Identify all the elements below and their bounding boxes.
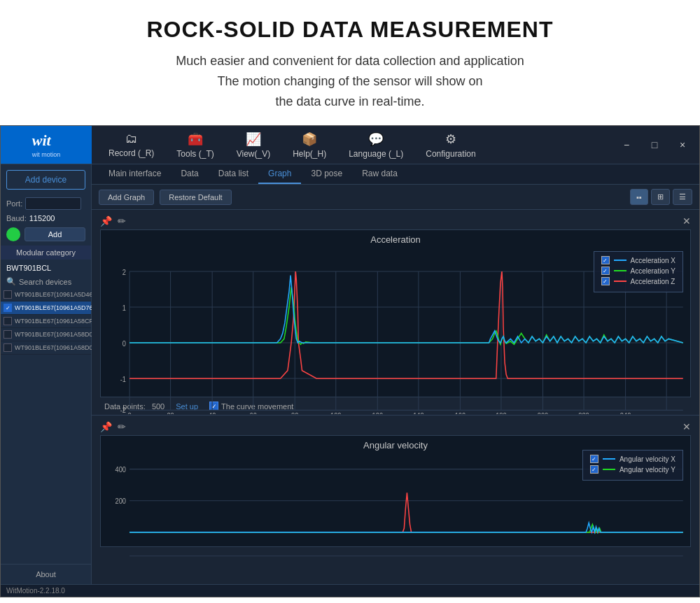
record-button[interactable]: 🗂 Record (_R) [99,127,164,162]
svg-text:200: 200 [538,412,549,415]
help-icon: 📦 [302,132,317,147]
legend-color-x [614,260,626,261]
legend-checkbox-y[interactable] [601,267,610,275]
config-button[interactable]: ⚙ Configuration [416,127,485,163]
about-button[interactable]: About [1,564,91,584]
svg-text:400: 400 [115,466,127,474]
angular-velocity-panel: 📌 ✏ ✕ Angular velocity 400 [92,416,699,584]
graph-close-button[interactable]: ✕ [682,215,691,227]
legend-color-y [614,270,626,271]
angular-legend-x: Angular velocity X [590,455,676,463]
logo-text: wit [32,132,61,150]
tools-button[interactable]: 🧰 Tools (_T) [167,127,223,163]
angular-checkbox-y[interactable] [590,465,598,474]
svg-text:80: 80 [291,412,299,415]
svg-text:0: 0 [128,412,132,415]
svg-text:100: 100 [330,412,342,415]
tab-3d-pose[interactable]: 3D pose [301,164,352,184]
device-checkbox-2[interactable] [4,304,12,312]
device-checkbox-4[interactable] [4,330,12,339]
modular-category: Modular category [1,246,91,260]
window-controls: − □ × [612,126,699,164]
angular-header-icons: 📌 ✏ [100,421,126,432]
baud-value: 115200 [29,214,55,222]
view-button[interactable]: 📈 View(_V) [227,127,280,163]
port-label: Port: [6,199,22,208]
edit-icon-2: ✏ [118,421,126,432]
version-bar: WitMotion-2.2.18.0 [1,584,699,597]
svg-text:180: 180 [496,412,507,415]
help-button[interactable]: 📦 Help(_H) [283,127,336,163]
angular-legend: Angular velocity X Angular velocity Y [582,450,683,481]
search-devices-label: Search devices [19,278,71,286]
subtitle: Much easier and convenient for data coll… [28,51,672,111]
device-checkbox-3[interactable] [4,317,12,325]
acceleration-chart-title: Acceleration [101,230,690,248]
device-checkbox-5[interactable] [4,343,12,352]
graph-toolbar: Add Graph Restore Default ▪▪ ⊞ ☰ [92,185,699,210]
toolbar: 🗂 Record (_R) 🧰 Tools (_T) 📈 View(_V) 📦 … [92,126,612,164]
baud-label: Baud: [6,214,27,222]
graph-panel-header: 📌 ✏ ✕ [97,215,694,229]
right-content: Main interface Data Data list Graph 3D p… [92,164,699,584]
view-list-button[interactable]: ☰ [673,189,692,205]
pin-icon-2: 📌 [100,421,112,432]
svg-text:0: 0 [122,339,127,348]
legend-label-y: Acceleration Y [631,267,676,275]
svg-text:-1: -1 [120,375,126,383]
close-button[interactable]: × [668,131,696,159]
main-content: Add device Port: Baud: 115200 Add Modula… [1,164,699,584]
app-window: wit wit motion 🗂 Record (_R) 🧰 Tools (_T… [0,125,700,597]
graph-header-icons: 📌 ✏ [100,215,126,227]
svg-text:2: 2 [122,268,126,276]
restore-default-button[interactable]: Restore Default [160,190,231,205]
device-item-3[interactable]: WT901BLE67(10961A58CFF1) [1,315,91,328]
device-item-1[interactable]: WT901BLE67(10961A5D4648) [1,288,91,302]
legend-checkbox-z[interactable] [601,277,610,285]
tab-main-interface[interactable]: Main interface [99,164,171,184]
angular-close-button[interactable]: ✕ [682,421,691,432]
angular-color-x [603,458,615,460]
legend-label-z: Acceleration Z [631,278,676,285]
add-button[interactable]: Add [24,227,85,241]
angular-legend-y: Angular velocity Y [590,465,676,474]
legend-label-x: Acceleration X [631,257,676,264]
add-graph-button[interactable]: Add Graph [99,190,154,205]
sidebar: Add device Port: Baud: 115200 Add Modula… [1,164,92,584]
port-row: Port: [1,195,91,212]
tab-graph[interactable]: Graph [258,164,301,184]
add-device-button[interactable]: Add device [6,170,85,190]
device-item-2[interactable]: WT901BLE67(10961A5D76D3) [1,302,91,315]
acceleration-chart-area: Acceleration [100,229,691,397]
svg-text:140: 140 [413,412,424,415]
header-section: ROCK-SOLID DATA MEASUREMENT Much easier … [0,0,700,125]
legend-item-y: Acceleration Y [601,267,676,275]
version-text: WitMotion-2.2.18.0 [6,587,65,595]
tab-data[interactable]: Data [171,164,208,184]
minimize-button[interactable]: − [612,131,640,159]
legend-checkbox-x[interactable] [601,256,610,264]
device-checkbox-1[interactable] [4,290,12,299]
search-icon: 🔍 [6,277,16,286]
angular-checkbox-x[interactable] [590,455,598,463]
tools-icon: 🧰 [188,132,203,147]
tab-data-list[interactable]: Data list [209,164,258,184]
view-single-button[interactable]: ▪▪ [630,189,648,205]
add-row: Add [1,225,91,244]
angular-label-x: Angular velocity X [620,455,676,463]
device-item-4[interactable]: WT901BLE67(10961A58D089) [1,328,91,341]
device-item-5[interactable]: WT901BLE67(10961A58D034) [1,341,91,355]
logo-sub: wit motion [32,151,61,158]
device-name: BWT901BCL [1,261,91,275]
svg-text:20: 20 [167,412,174,415]
port-input[interactable] [25,197,81,210]
view-grid-button[interactable]: ⊞ [651,189,670,205]
record-icon: 🗂 [125,132,138,146]
language-button[interactable]: 💬 Language (_L) [339,127,413,163]
nav-tabs: Main interface Data Data list Graph 3D p… [92,164,699,185]
maximize-button[interactable]: □ [640,131,668,159]
acceleration-legend: Acceleration X Acceleration Y Accelerati… [594,251,683,292]
tab-raw-data[interactable]: Raw data [352,164,407,184]
edit-icon: ✏ [118,215,126,227]
legend-item-x: Acceleration X [601,256,676,264]
